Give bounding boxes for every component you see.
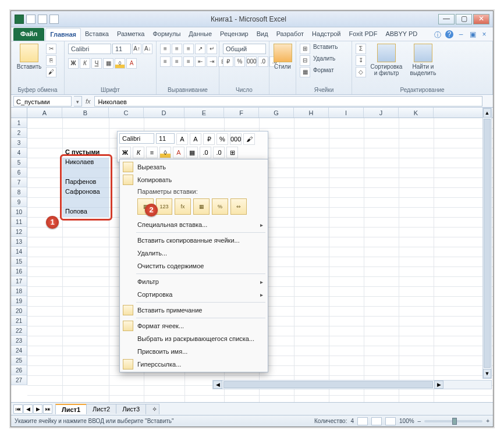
row-header[interactable]: 6 (11, 168, 27, 177)
ctx-clear[interactable]: Очистить содержимое (120, 260, 268, 272)
save-icon[interactable] (26, 15, 36, 24)
mini-align-icon[interactable]: ≡ (146, 147, 158, 158)
row-header[interactable]: 25 (11, 356, 27, 365)
row-header[interactable]: 10 (11, 207, 27, 217)
number-format-select[interactable]: Общий (223, 44, 266, 54)
mini-merge-icon[interactable]: ⊞ (226, 147, 238, 158)
currency-icon[interactable]: ₽ (223, 56, 233, 67)
row-header[interactable]: 11 (11, 217, 27, 227)
clear-icon[interactable]: ◇ (356, 67, 366, 77)
view-break-icon[interactable] (385, 417, 396, 425)
percent-icon[interactable]: % (235, 56, 245, 67)
fill-color-icon[interactable]: ◊ (115, 58, 125, 69)
col-header[interactable]: C (109, 108, 144, 118)
paste-opt-values[interactable]: 123 (156, 198, 172, 215)
tab-developer[interactable]: Разработ (272, 28, 308, 41)
view-normal-icon[interactable] (357, 417, 368, 425)
autosum-icon[interactable]: Σ (356, 44, 366, 54)
tab-data[interactable]: Данные (184, 28, 216, 41)
col-header[interactable]: I (329, 108, 364, 118)
row-header[interactable]: 3 (11, 138, 27, 148)
tab-foxit[interactable]: Foxit PDF (345, 28, 382, 41)
row-header[interactable]: 1 (11, 118, 27, 128)
col-header[interactable]: J (364, 108, 399, 118)
sheet-first-icon[interactable]: ⏮ (13, 404, 23, 414)
col-header[interactable]: E (184, 108, 224, 118)
tab-formulas[interactable]: Формулы (148, 28, 184, 41)
name-box[interactable]: С_пустыми (13, 96, 72, 106)
sheet-prev-icon[interactable]: ◀ (23, 404, 33, 414)
bold-button[interactable]: Ж (68, 58, 79, 69)
sheet-tab-1[interactable]: Лист1 (55, 404, 87, 414)
row-header[interactable]: 27 (11, 375, 27, 385)
minimize-button[interactable]: — (438, 14, 455, 24)
mini-borders-icon[interactable]: ▦ (186, 147, 198, 158)
vscroll-thumb[interactable] (484, 119, 491, 368)
col-header[interactable]: A (27, 108, 62, 118)
paste-opt-formulas[interactable]: fx (175, 198, 191, 215)
mini-comma-icon[interactable]: 000 (230, 133, 242, 145)
row-header[interactable]: 16 (11, 267, 27, 276)
align-right-icon[interactable]: ≡ (183, 56, 194, 67)
close-button[interactable]: ✕ (473, 14, 489, 24)
maximize-button[interactable]: ▢ (456, 14, 472, 24)
select-all-corner[interactable] (11, 108, 27, 118)
tab-abbyy[interactable]: ABBYY PD (381, 28, 421, 41)
col-header[interactable]: B (62, 108, 109, 118)
row-header[interactable]: 5 (11, 158, 27, 168)
italic-button[interactable]: К (80, 58, 90, 69)
scroll-left-icon[interactable]: ◀ (213, 381, 222, 389)
row-header[interactable]: 21 (11, 316, 27, 326)
sort-filter-button[interactable]: Сортировка и фильтр (368, 44, 404, 76)
align-middle-icon[interactable]: ≡ (172, 44, 182, 54)
increase-decimal-icon[interactable]: .0 (258, 56, 268, 67)
ctx-cut[interactable]: Вырезать (120, 161, 268, 173)
row-header[interactable]: 23 (11, 336, 27, 346)
col-header[interactable]: F (224, 108, 259, 118)
vertical-scrollbar[interactable]: ▲ ▼ (482, 108, 492, 379)
orientation-icon[interactable]: ↗ (195, 44, 205, 54)
increase-font-icon[interactable]: A↑ (132, 44, 142, 54)
doc-restore-icon[interactable]: ▣ (468, 30, 477, 38)
row-header[interactable]: 15 (11, 257, 27, 267)
tab-layout[interactable]: Разметка (113, 28, 149, 41)
col-header[interactable]: D (144, 108, 184, 118)
delete-cells-icon[interactable]: ⊟ (300, 55, 310, 66)
row-header[interactable]: 20 (11, 306, 27, 316)
mini-font-size[interactable]: 11 (156, 133, 175, 144)
font-size-select[interactable]: 11 (112, 44, 131, 54)
format-cells-icon[interactable]: ▦ (300, 67, 310, 77)
mini-increase-font-icon[interactable]: A (176, 133, 188, 145)
ctx-define-name[interactable]: Присвоить имя... (120, 345, 268, 358)
ctx-comment[interactable]: Вставить примечание (120, 304, 268, 317)
tab-file[interactable]: Файл (13, 28, 44, 41)
fill-icon[interactable]: ↧ (356, 55, 366, 66)
row-header[interactable]: 4 (11, 148, 27, 158)
tab-addins[interactable]: Надстрой (308, 28, 345, 41)
ctx-hyperlink[interactable]: Гиперссылка... (120, 358, 268, 371)
doc-minimize-icon[interactable]: – (457, 30, 465, 38)
redo-icon[interactable] (49, 15, 59, 24)
align-bottom-icon[interactable]: ≡ (183, 44, 194, 54)
row-header[interactable]: 8 (11, 187, 27, 197)
scroll-down-icon[interactable]: ▼ (483, 369, 491, 378)
zoom-in-button[interactable]: + (486, 418, 489, 424)
font-color-icon[interactable]: A (126, 58, 137, 69)
zoom-out-button[interactable]: – (418, 418, 421, 424)
sheet-next-icon[interactable]: ▶ (33, 404, 42, 414)
mini-inc-decimal-icon[interactable]: .0 (200, 147, 211, 158)
paste-button[interactable]: Вставить (15, 44, 44, 70)
decrease-indent-icon[interactable]: ⇤ (195, 56, 205, 67)
align-center-icon[interactable]: ≡ (172, 56, 182, 67)
sheet-last-icon[interactable]: ⏭ (43, 404, 52, 414)
view-layout-icon[interactable] (371, 417, 382, 425)
row-header[interactable]: 18 (11, 286, 27, 296)
underline-button[interactable]: Ч (91, 58, 102, 69)
paste-opt-link[interactable]: ⇔ (230, 198, 247, 215)
hscroll-thumb[interactable] (223, 381, 433, 388)
ctx-filter[interactable]: Фильтр (120, 275, 268, 288)
ribbon-minimize-icon[interactable]: ⓘ (434, 30, 442, 38)
cut-icon[interactable]: ✂ (46, 44, 56, 54)
insert-cells-icon[interactable]: ⊞ (300, 44, 310, 54)
help-icon[interactable]: ? (445, 30, 453, 38)
